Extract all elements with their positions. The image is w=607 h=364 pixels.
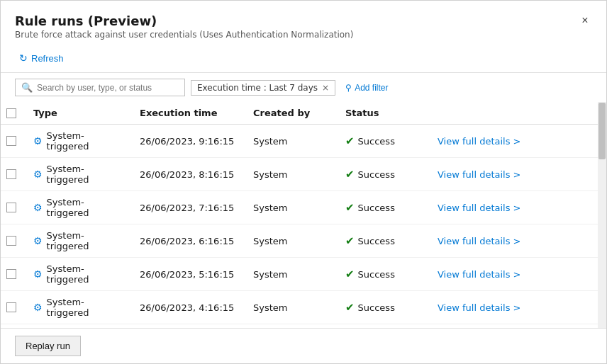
row-status-cell: ✔ Success — [338, 258, 430, 291]
chip-label: Execution time : Last 7 days — [197, 83, 318, 93]
row-action-cell: View full details > — [430, 158, 606, 191]
view-full-details-link[interactable]: View full details > — [438, 236, 521, 246]
row-type: System-triggered — [47, 297, 126, 318]
row-execution-time: 26/06/2023, 5:16:15 — [133, 258, 246, 291]
refresh-icon: ↻ — [19, 52, 28, 64]
footer: Replay run — [1, 328, 606, 363]
row-type: System-triggered — [47, 263, 126, 285]
add-filter-label: Add filter — [355, 83, 388, 93]
row-checkbox-cell — [1, 158, 26, 191]
row-status-cell: ✔ Success — [338, 191, 430, 224]
col-header-checkbox — [1, 102, 26, 125]
row-action-cell: View full details > — [430, 125, 606, 158]
row-created-by: System — [246, 125, 338, 158]
gear-icon: ⚙ — [33, 302, 43, 313]
gear-icon: ⚙ — [33, 268, 43, 280]
add-filter-icon: ⚲ — [345, 83, 352, 93]
table-container: Type Execution time Created by Status ⚙ — [1, 102, 606, 328]
view-full-details-link[interactable]: View full details > — [438, 269, 521, 280]
row-type-cell: ⚙ System-triggered — [26, 291, 133, 324]
search-input[interactable] — [37, 83, 179, 93]
col-header-type: Type — [26, 102, 133, 125]
row-checkbox[interactable] — [6, 203, 16, 212]
success-icon: ✔ — [345, 301, 355, 314]
scrollbar-track[interactable] — [598, 102, 606, 328]
row-execution-time: 26/06/2023, 3:16:15 — [133, 324, 246, 329]
gear-icon: ⚙ — [33, 202, 43, 213]
rule-runs-dialog: Rule runs (Preview) Brute force attack a… — [0, 0, 607, 364]
gear-icon: ⚙ — [33, 169, 43, 180]
dialog-header: Rule runs (Preview) Brute force attack a… — [1, 1, 606, 44]
toolbar: ↻ Refresh — [1, 44, 606, 72]
row-checkbox[interactable] — [6, 302, 16, 312]
row-status-cell: ✔ Success — [338, 324, 430, 329]
row-checkbox-cell — [1, 191, 26, 224]
view-full-details-link[interactable]: View full details > — [438, 169, 521, 180]
row-type-cell: ⚙ System-triggered — [26, 125, 133, 158]
add-filter-button[interactable]: ⚲ Add filter — [341, 81, 392, 95]
row-checkbox[interactable] — [6, 136, 16, 146]
refresh-button[interactable]: ↻ Refresh — [15, 50, 68, 67]
row-created-by: System — [246, 224, 338, 258]
row-status: Success — [358, 269, 395, 280]
row-status: Success — [358, 136, 395, 147]
success-icon: ✔ — [345, 135, 355, 147]
row-type-cell: ⚙ System-triggered — [26, 191, 133, 224]
row-action-cell: View full details > — [430, 224, 606, 258]
scrollbar-thumb[interactable] — [598, 103, 606, 159]
col-header-execution-time: Execution time — [133, 102, 246, 125]
success-icon: ✔ — [345, 234, 355, 247]
table-scroll[interactable]: Type Execution time Created by Status ⚙ — [1, 102, 606, 328]
row-action-cell: View full details > — [430, 191, 606, 224]
header-checkbox[interactable] — [6, 108, 16, 118]
table-header-row: Type Execution time Created by Status — [1, 102, 606, 125]
col-header-action — [430, 102, 606, 125]
row-checkbox-cell — [1, 125, 26, 158]
row-created-by: System — [246, 258, 338, 291]
row-type: System-triggered — [47, 164, 126, 185]
row-status-cell: ✔ Success — [338, 291, 430, 324]
runs-table: Type Execution time Created by Status ⚙ — [1, 102, 606, 328]
row-checkbox-cell — [1, 291, 26, 324]
close-button[interactable]: × — [575, 11, 595, 30]
row-type-cell: ⚙ System-triggered — [26, 324, 133, 329]
table-row: ⚙ System-triggered 26/06/2023, 7:16:15 S… — [1, 191, 606, 224]
row-checkbox[interactable] — [6, 169, 16, 179]
row-type-cell: ⚙ System-triggered — [26, 224, 133, 258]
view-full-details-link[interactable]: View full details > — [438, 302, 521, 313]
row-status: Success — [358, 169, 395, 180]
row-checkbox-cell — [1, 258, 26, 291]
row-status-cell: ✔ Success — [338, 158, 430, 191]
row-execution-time: 26/06/2023, 7:16:15 — [133, 191, 246, 224]
table-row: ⚙ System-triggered 26/06/2023, 9:16:15 S… — [1, 125, 606, 158]
search-box[interactable]: 🔍 — [15, 79, 185, 96]
col-header-created-by: Created by — [246, 102, 338, 125]
row-checkbox[interactable] — [6, 236, 16, 246]
row-created-by: System — [246, 191, 338, 224]
row-created-by: System — [246, 291, 338, 324]
row-checkbox[interactable] — [6, 269, 16, 279]
dialog-subtitle: Brute force attack against user credenti… — [15, 30, 592, 40]
chip-close-button[interactable]: × — [322, 83, 329, 93]
execution-time-chip: Execution time : Last 7 days × — [191, 80, 335, 96]
view-full-details-link[interactable]: View full details > — [438, 136, 521, 147]
row-status-cell: ✔ Success — [338, 224, 430, 258]
replay-run-button[interactable]: Replay run — [15, 336, 81, 356]
row-type-cell: ⚙ System-triggered — [26, 158, 133, 191]
dialog-title: Rule runs (Preview) — [15, 13, 592, 28]
row-checkbox-cell — [1, 224, 26, 258]
table-row: ⚙ System-triggered 26/06/2023, 4:16:15 S… — [1, 291, 606, 324]
success-icon: ✔ — [345, 268, 355, 280]
row-type-cell: ⚙ System-triggered — [26, 258, 133, 291]
table-row: ⚙ System-triggered 26/06/2023, 6:16:15 S… — [1, 224, 606, 258]
gear-icon: ⚙ — [33, 135, 43, 147]
row-action-cell: View full details > — [430, 291, 606, 324]
view-full-details-link[interactable]: View full details > — [438, 203, 521, 213]
col-header-status: Status — [338, 102, 430, 125]
row-type: System-triggered — [47, 130, 126, 152]
filter-bar: 🔍 Execution time : Last 7 days × ⚲ Add f… — [1, 73, 606, 102]
row-status: Success — [358, 302, 395, 313]
gear-icon: ⚙ — [33, 235, 43, 246]
row-action-cell: View full details > — [430, 258, 606, 291]
row-status: Success — [358, 236, 395, 246]
